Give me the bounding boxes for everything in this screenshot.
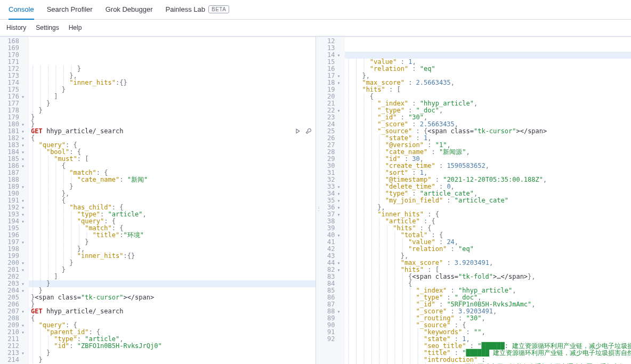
line-gutter: 1681691701711721731741751761771781791801… xyxy=(0,37,21,364)
response-code[interactable]: │ │ │ "value" : 1,│ │ │ "relation" : "eq… xyxy=(345,37,632,364)
send-request-icon[interactable] xyxy=(294,127,302,134)
subtab-help[interactable]: Help xyxy=(69,24,82,31)
subtab-history[interactable]: History xyxy=(6,24,26,31)
tab-console[interactable]: Console xyxy=(9,0,34,20)
subtab-settings[interactable]: Settings xyxy=(36,24,59,31)
tab-painless-label: Painless Lab xyxy=(166,5,205,13)
tab-search-profiler[interactable]: Search Profiler xyxy=(47,0,93,20)
request-editor[interactable]: 1681691701711721731741751761771781791801… xyxy=(0,37,316,364)
response-viewer[interactable]: ⋮⋮ 1213141516171819202122232425262728293… xyxy=(316,37,632,364)
tab-painless-lab[interactable]: Painless Lab BETA xyxy=(166,0,230,20)
beta-badge: BETA xyxy=(208,5,229,13)
fold-gutter[interactable]: ▾ ▾▾▾▾▾▾▾ ▾ ▾▾▾▾ ▾ ▾▾ ▾▾ ▾ ▾▾ ▾ xyxy=(21,37,29,364)
request-code[interactable]: │ │ │ │ │ │ }│ │ │ │ │ },│ │ │ │ │ "inne… xyxy=(29,37,316,364)
console-subtabs: History Settings Help xyxy=(0,20,631,36)
tab-grok-debugger[interactable]: Grok Debugger xyxy=(106,0,153,20)
pane-splitter[interactable]: ⋮⋮ xyxy=(316,200,318,216)
line-gutter: 1213141516171819202122232425262728293031… xyxy=(316,37,337,364)
dev-tools-tabs: Console Search Profiler Grok Debugger Pa… xyxy=(0,0,631,20)
request-actions xyxy=(294,127,312,134)
editor-panes: 1681691701711721731741751761771781791801… xyxy=(0,36,631,364)
fold-gutter[interactable]: ▾ ▾▾ ▾ ▾▾▾▾▾ ▾ ▾▾ ▾ xyxy=(337,37,345,364)
wrench-icon[interactable] xyxy=(305,127,312,134)
